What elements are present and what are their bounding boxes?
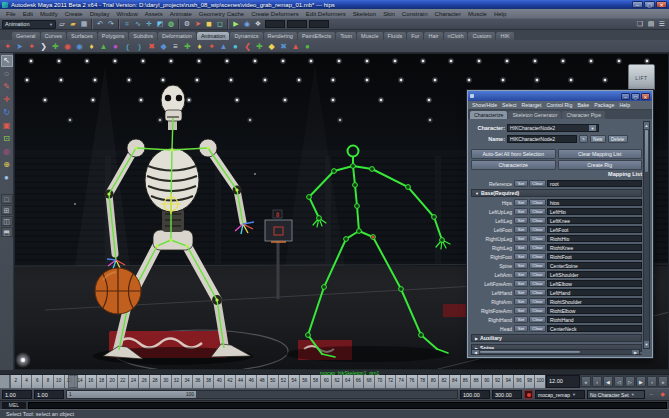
undo-icon[interactable]: ↶ <box>95 19 105 29</box>
persp-outliner-layout[interactable]: ◫ <box>1 216 13 226</box>
clear-button[interactable]: Clear <box>529 298 546 305</box>
shelf-icon-15[interactable]: ≡ <box>170 41 181 52</box>
current-frame-marker[interactable] <box>68 375 78 388</box>
close-button[interactable]: ✕ <box>656 1 667 8</box>
time-tick-46[interactable]: 46 <box>245 375 256 388</box>
humanik-minimize-button[interactable]: – <box>621 93 630 100</box>
set-button[interactable]: Set <box>514 199 528 206</box>
new-scene-icon[interactable]: ▱ <box>57 19 67 29</box>
mapping-target-field[interactable]: LeftHand <box>547 289 642 296</box>
set-button[interactable]: Set <box>514 235 528 242</box>
time-tick-96[interactable]: 96 <box>513 375 524 388</box>
shelf-icon-1[interactable]: ✦ <box>2 41 13 52</box>
shelf-icon-10[interactable]: ● <box>110 41 121 52</box>
make-live-icon[interactable]: ◍ <box>166 19 176 29</box>
select-tool[interactable]: ↖ <box>1 55 13 67</box>
shelf-tab-polygons[interactable]: Polygons <box>98 32 129 40</box>
set-button[interactable]: Set <box>514 217 528 224</box>
menu-set-dropdown[interactable]: Animation ▼ <box>2 20 56 29</box>
select-object-icon[interactable]: ◼ <box>204 19 214 29</box>
shelf-icon-17[interactable]: ♦ <box>194 41 205 52</box>
shelf-tab-curves[interactable]: Curves <box>41 32 66 40</box>
snap-plane-icon[interactable]: ◩ <box>155 19 165 29</box>
time-tick-100[interactable]: 100 <box>534 375 545 388</box>
ipr-render-icon[interactable]: ◉ <box>242 19 252 29</box>
clear-button[interactable]: Clear <box>529 280 546 287</box>
set-button[interactable]: Set <box>514 180 528 187</box>
set-button[interactable]: Set <box>514 226 528 233</box>
set-button[interactable]: Set <box>514 325 528 332</box>
menu-muscle[interactable]: Muscle <box>465 11 490 17</box>
shelf-icon-8[interactable]: ♦ <box>86 41 97 52</box>
shelf-tab-hik[interactable]: HIK <box>496 32 513 40</box>
set-button[interactable]: Set <box>514 289 528 296</box>
set-button[interactable]: Set <box>514 307 528 314</box>
humanik-menu-bake[interactable]: Bake <box>575 102 591 108</box>
shelf-icon-16[interactable]: ✚ <box>182 41 193 52</box>
section-auxiliary[interactable]: ▶Auxiliary <box>471 334 642 342</box>
open-scene-icon[interactable]: ▰ <box>68 19 78 29</box>
mapping-target-field[interactable]: RightElbow <box>547 307 642 314</box>
snap-curve-icon[interactable]: ∿ <box>133 19 143 29</box>
set-button[interactable]: Set <box>514 262 528 269</box>
shelf-icon-7[interactable]: ◉ <box>74 41 85 52</box>
shelf-icon-19[interactable]: ▲ <box>218 41 229 52</box>
animation-end-field[interactable]: 300.00 <box>492 390 522 399</box>
scroll-down-arrow[interactable]: ▼ <box>644 341 649 348</box>
menu-help[interactable]: Help <box>491 11 509 17</box>
show-manipulator-tool[interactable]: ⊕ <box>1 159 13 171</box>
time-tick-32[interactable]: 32 <box>171 375 182 388</box>
shelf-icon-11[interactable]: ( <box>122 41 133 52</box>
humanik-close-button[interactable]: ✕ <box>641 93 650 100</box>
time-tick-22[interactable]: 22 <box>117 375 128 388</box>
time-tick-42[interactable]: 42 <box>224 375 235 388</box>
set-button[interactable]: Set <box>514 316 528 323</box>
clear-button[interactable]: Clear <box>529 262 546 269</box>
snap-point-icon[interactable]: ✛ <box>144 19 154 29</box>
shelf-tab-surfaces[interactable]: Surfaces <box>67 32 97 40</box>
clear-button[interactable]: Clear <box>529 235 546 242</box>
minimize-button[interactable]: – <box>632 1 643 8</box>
shelf-icon-25[interactable]: ▲ <box>290 41 301 52</box>
set-button[interactable]: Set <box>514 208 528 215</box>
vertical-scrollbar[interactable]: ▲ ▼ <box>643 121 650 349</box>
animation-preferences-button[interactable]: ◆ <box>658 390 667 399</box>
time-tick-84[interactable]: 84 <box>449 375 460 388</box>
shelf-tab-ncloth[interactable]: nCloth <box>444 32 468 40</box>
humanik-maximize-button[interactable]: ▢ <box>631 93 640 100</box>
set-button[interactable]: Set <box>514 244 528 251</box>
shelf-tab-animation[interactable]: Animation <box>197 32 229 40</box>
time-tick-82[interactable]: 82 <box>438 375 449 388</box>
humanik-title-bar[interactable]: –▢✕ <box>468 91 652 101</box>
humanik-menu-show-hide[interactable]: Show/Hide <box>470 102 499 108</box>
snap-grid-icon[interactable]: ⌗ <box>122 19 132 29</box>
range-slider-range[interactable]: 1 100 <box>67 391 196 398</box>
mapping-target-field[interactable]: LeftHip <box>547 208 642 215</box>
time-ruler[interactable]: 2468101214161820222426283032343638404244… <box>10 375 545 388</box>
shelf-tab-custom[interactable]: Custom <box>468 32 495 40</box>
play-backwards-button[interactable]: ◁ <box>614 376 624 387</box>
time-tick-20[interactable]: 20 <box>106 375 117 388</box>
shelf-icon-18[interactable]: ✦ <box>206 41 217 52</box>
time-tick-54[interactable]: 54 <box>288 375 299 388</box>
time-tick-98[interactable]: 98 <box>524 375 535 388</box>
time-tick-74[interactable]: 74 <box>395 375 406 388</box>
select-component-icon[interactable]: ◻ <box>215 19 225 29</box>
move-tool[interactable]: ✛ <box>1 94 13 106</box>
current-time-field[interactable]: 12.00 <box>546 375 580 388</box>
new-character-button[interactable]: New <box>590 135 606 143</box>
clear-button[interactable]: Clear <box>529 180 546 187</box>
time-tick-80[interactable]: 80 <box>427 375 438 388</box>
clear-button[interactable]: Clear <box>529 226 546 233</box>
humanik-menu-control-rig[interactable]: Control Rig <box>544 102 574 108</box>
humanik-menu-retarget[interactable]: Retarget <box>520 102 544 108</box>
menu-geometry-cache[interactable]: Geometry Cache <box>196 11 247 17</box>
single-pane-layout[interactable]: □ <box>1 194 13 204</box>
create-rig-button[interactable]: Create Rig <box>558 160 643 170</box>
time-tick-44[interactable]: 44 <box>235 375 246 388</box>
shelf-tab-toon[interactable]: Toon <box>336 32 356 40</box>
mapping-target-field[interactable]: LeftKnee <box>547 217 642 224</box>
time-tick-6[interactable]: 6 <box>31 375 42 388</box>
time-tick-66[interactable]: 66 <box>353 375 364 388</box>
time-tick-34[interactable]: 34 <box>181 375 192 388</box>
